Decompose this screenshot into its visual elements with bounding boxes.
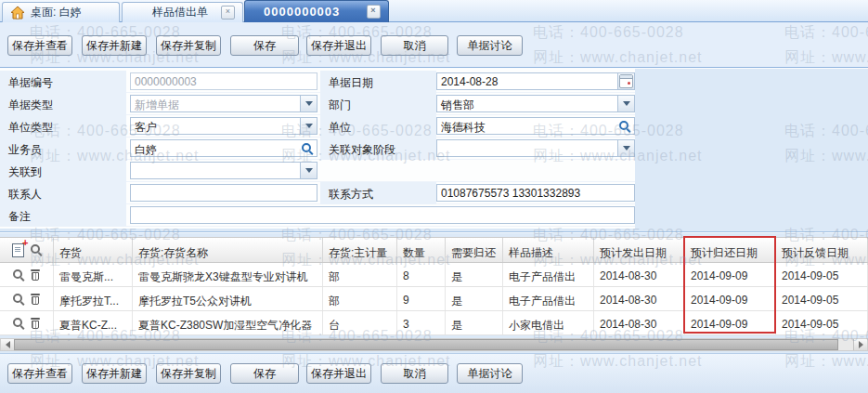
form-row: 关联到 — [0, 160, 635, 182]
grid-cell-r1-c5[interactable]: 电子产品借出 — [503, 287, 594, 310]
grid-cell-r2-c3[interactable]: 3 — [397, 311, 446, 334]
salesman-value: 白婷 — [135, 142, 157, 158]
doc-type-value: 新增单据 — [135, 98, 179, 113]
toolbar-bottom-button-save-and-new[interactable]: 保存并新建 — [82, 363, 147, 384]
toolbar-bottom-button-doc-discuss[interactable]: 单据讨论 — [457, 363, 523, 384]
related-to-label: 关联到 — [0, 160, 126, 182]
grid-cell-r0-c0[interactable]: 雷曼克斯... — [54, 263, 133, 286]
grid-column-header-0[interactable]: 存货 — [54, 238, 133, 262]
grid-cell-r1-c1[interactable]: 摩托罗拉T5公众对讲机 — [133, 287, 323, 310]
toolbar-top-button-doc-discuss[interactable]: 单据讨论 — [457, 35, 523, 56]
toolbar-bottom-button-cancel[interactable]: 取消 — [381, 363, 448, 384]
chevron-down-icon[interactable] — [300, 96, 317, 111]
search-icon[interactable] — [31, 244, 42, 255]
search-icon[interactable] — [616, 119, 633, 133]
grid-cell-r0-c4[interactable]: 是 — [446, 263, 503, 286]
app-window: 桌面: 白婷 样品借出单 × 0000000003 × 保存并查看保存并新建保存… — [0, 0, 868, 393]
tab-sample-loan-form[interactable]: 样品借出单 × — [122, 2, 243, 22]
grid-cell-r0-c8[interactable]: 2014-09-05 — [776, 263, 868, 286]
calendar-button[interactable] — [617, 73, 634, 89]
tab-desktop[interactable]: 桌面: 白婷 — [2, 2, 120, 22]
row-view-icon[interactable] — [13, 318, 24, 329]
grid-cell-r2-c8[interactable]: 2014-09-05 — [776, 311, 868, 334]
scroll-left-button[interactable] — [1, 339, 15, 350]
toolbar-top-button-cancel[interactable]: 取消 — [381, 35, 448, 56]
chevron-down-icon[interactable] — [300, 118, 317, 134]
doc-date-field[interactable]: 2014-08-28 — [436, 72, 635, 90]
grid-cell-r1-c4[interactable]: 是 — [446, 287, 503, 310]
grid-cell-r2-c6[interactable]: 2014-08-30 — [594, 311, 685, 334]
grid-column-header-5[interactable]: 样品描述 — [503, 238, 594, 262]
grid-column-header-6[interactable]: 预计发出日期 — [594, 238, 685, 262]
grid-cell-r0-c2[interactable]: 部 — [323, 263, 397, 286]
grid-cell-r1-c3[interactable]: 9 — [397, 287, 446, 310]
salesman-label: 业务员 — [0, 138, 126, 160]
toolbar-top-button-save-and-view[interactable]: 保存并查看 — [7, 35, 72, 56]
search-icon[interactable] — [299, 141, 316, 155]
toolbar-top-button-save[interactable]: 保存 — [230, 35, 299, 56]
row-delete-icon[interactable] — [31, 318, 40, 329]
doc-type-select[interactable]: 新增单据 — [130, 95, 317, 112]
grid-cell-r0-c3[interactable]: 8 — [397, 263, 446, 286]
grid-cell-r1-c0[interactable]: 摩托罗拉T... — [54, 287, 133, 310]
department-select[interactable]: 销售部 — [436, 95, 635, 112]
watermark-phone: 电话：400-665-0028 — [784, 122, 868, 141]
chevron-down-icon[interactable] — [617, 96, 634, 111]
chevron-down-icon[interactable] — [300, 163, 317, 178]
toolbar-top-button-save-and-new[interactable]: 保存并新建 — [82, 35, 147, 56]
grid-column-header-1[interactable]: 存货:存货名称 — [133, 238, 323, 262]
horizontal-scrollbar[interactable] — [0, 338, 868, 351]
toolbar-top-button-save-and-copy[interactable]: 保存并复制 — [156, 35, 221, 56]
unit-value: 海德科技 — [441, 120, 486, 136]
related-stage-select[interactable] — [436, 139, 635, 157]
close-icon[interactable]: × — [367, 5, 381, 19]
contact-info-input[interactable] — [436, 184, 635, 202]
form-row: 单位类型 客户 单位 海德科技 — [0, 115, 635, 138]
toolbar-top: 保存并查看保存并新建保存并复制保存保存并退出取消单据讨论 — [7, 35, 523, 56]
salesman-lookup-field[interactable]: 白婷 — [130, 139, 317, 157]
row-view-icon[interactable] — [13, 269, 24, 281]
grid-cell-r2-c5[interactable]: 小家电借出 — [503, 311, 594, 334]
row-delete-icon[interactable] — [31, 294, 40, 305]
related-to-select[interactable] — [130, 162, 317, 179]
unit-type-select[interactable]: 客户 — [130, 117, 317, 135]
tab-document-active[interactable]: 0000000003 × — [244, 0, 389, 22]
grid-cell-r1-c2[interactable]: 部 — [323, 287, 397, 310]
contact-input[interactable] — [130, 184, 317, 202]
grid-column-header-3[interactable]: 数量 — [397, 238, 446, 262]
grid-cell-r0-c6[interactable]: 2014-08-30 — [594, 263, 685, 286]
add-row-icon[interactable] — [12, 243, 24, 257]
toolbar-top-button-save-and-exit[interactable]: 保存并退出 — [306, 35, 371, 56]
chevron-down-icon[interactable] — [617, 140, 634, 156]
grid-cell-r0-c5[interactable]: 电子产品借出 — [503, 263, 594, 286]
calendar-icon — [619, 74, 633, 88]
grid-column-header-8[interactable]: 预计反馈日期 — [776, 238, 868, 262]
grid-cell-r2-c0[interactable]: 夏普KC-Z... — [54, 311, 133, 334]
grid-column-header-4[interactable]: 需要归还 — [446, 238, 503, 262]
divider — [0, 232, 868, 233]
grid-cell-r1-c8[interactable]: 2014-09-05 — [776, 287, 868, 310]
contact-label: 联系人 — [0, 182, 126, 204]
grid-header-icon-cell — [0, 238, 54, 262]
toolbar-bottom-button-save-and-exit[interactable]: 保存并退出 — [306, 363, 371, 384]
grid-cell-r2-c4[interactable]: 是 — [446, 311, 503, 334]
row-delete-icon[interactable] — [31, 269, 40, 281]
toolbar-bottom: 保存并查看保存并新建保存并复制保存保存并退出取消单据讨论 — [7, 363, 523, 384]
grid-cell-r2-c2[interactable]: 台 — [323, 311, 397, 334]
toolbar-bottom-button-save-and-copy[interactable]: 保存并复制 — [156, 363, 221, 384]
toolbar-bottom-button-save[interactable]: 保存 — [230, 363, 299, 384]
grid-cell-r2-c1[interactable]: 夏普KC-Z380SW加湿型空气净化器 — [133, 311, 323, 334]
unit-lookup-field[interactable]: 海德科技 — [436, 117, 635, 135]
form-row: 单据类型 新增单据 部门 销售部 — [0, 93, 635, 115]
doc-no-input[interactable] — [130, 72, 317, 90]
row-view-icon[interactable] — [13, 294, 24, 305]
scroll-right-button[interactable] — [853, 339, 867, 350]
scrollbar-thumb[interactable] — [14, 339, 838, 350]
toolbar-bottom-button-save-and-view[interactable]: 保存并查看 — [7, 363, 72, 384]
tab-bar: 桌面: 白婷 样品借出单 × 0000000003 × — [0, 0, 868, 22]
remark-input[interactable] — [130, 206, 635, 224]
grid-column-header-2[interactable]: 存货:主计量 — [323, 238, 397, 262]
grid-cell-r0-c1[interactable]: 雷曼克斯骁龙X3键盘型专业对讲机 — [133, 263, 323, 286]
close-icon[interactable]: × — [221, 6, 235, 20]
grid-cell-r1-c6[interactable]: 2014-08-30 — [594, 287, 685, 310]
